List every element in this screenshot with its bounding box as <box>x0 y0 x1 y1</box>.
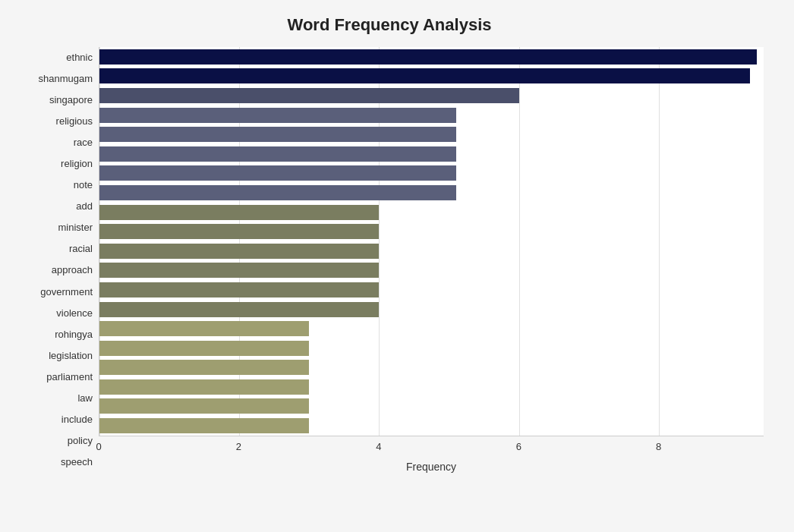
y-label: rohingya <box>15 326 93 344</box>
chart-container: Word Frequency Analysis ethnicshanmugams… <box>0 0 794 532</box>
bar-row <box>99 378 764 396</box>
y-label: ethnic <box>15 49 93 67</box>
bar <box>99 68 750 83</box>
x-axis: 02468 <box>99 436 764 456</box>
bars-wrapper <box>99 47 764 436</box>
bar <box>99 282 379 297</box>
bar <box>99 398 309 414</box>
bar-row <box>99 301 764 319</box>
y-label: approach <box>15 261 93 279</box>
y-label: include <box>15 411 93 429</box>
bar-row <box>99 48 764 66</box>
x-axis-label: Frequency <box>99 461 764 473</box>
y-label: racial <box>15 240 93 258</box>
bar-row <box>99 281 764 299</box>
y-axis: ethnicshanmugamsingaporereligiousracerel… <box>15 47 99 473</box>
bar-row <box>99 320 764 338</box>
y-label: law <box>15 389 93 408</box>
bar <box>99 379 309 395</box>
chart-area: ethnicshanmugamsingaporereligiousracerel… <box>15 47 764 473</box>
y-label: speech <box>15 453 93 471</box>
bar-row <box>99 417 764 435</box>
y-label: legislation <box>15 347 93 365</box>
x-tick: 2 <box>236 441 241 452</box>
x-tick: 0 <box>96 441 101 452</box>
bar-row <box>99 222 764 241</box>
bar-row <box>99 397 764 415</box>
bar <box>99 146 456 162</box>
y-label: race <box>15 134 93 152</box>
y-label: add <box>15 197 93 216</box>
chart-title: Word Frequency Analysis <box>15 15 764 35</box>
bar <box>99 263 379 278</box>
bar <box>99 302 379 317</box>
bar-row <box>99 339 764 357</box>
y-label: policy <box>15 432 93 450</box>
bar <box>99 127 456 142</box>
bar <box>99 49 757 65</box>
y-label: singapore <box>15 91 93 109</box>
bar <box>99 108 456 123</box>
bar-row <box>99 164 764 182</box>
y-label: religion <box>15 155 93 173</box>
bar <box>99 341 309 356</box>
y-label: parliament <box>15 368 93 386</box>
bar <box>99 88 519 103</box>
bar-row <box>99 242 764 260</box>
plot-area: 02468 Frequency <box>99 47 764 473</box>
bar-row <box>99 87 764 105</box>
y-label: violence <box>15 304 93 323</box>
bar-row <box>99 67 764 85</box>
bar <box>99 360 309 375</box>
y-label: religious <box>15 112 93 131</box>
bar-row <box>99 145 764 163</box>
bar-row <box>99 125 764 143</box>
bar <box>99 185 456 200</box>
y-label: note <box>15 176 93 194</box>
bar-row <box>99 261 764 279</box>
bar-row <box>99 358 764 376</box>
bar-row <box>99 184 764 202</box>
bar-row <box>99 203 764 222</box>
y-label: government <box>15 283 93 301</box>
bar <box>99 418 309 433</box>
x-tick: 4 <box>376 441 381 452</box>
bar <box>99 244 379 259</box>
bar <box>99 224 379 239</box>
x-tick: 8 <box>656 441 661 452</box>
bar <box>99 321 309 336</box>
y-label: minister <box>15 219 93 237</box>
x-tick: 6 <box>516 441 521 452</box>
y-label: shanmugam <box>15 70 93 88</box>
bar <box>99 205 379 220</box>
bar <box>99 165 456 181</box>
bar-row <box>99 106 764 124</box>
